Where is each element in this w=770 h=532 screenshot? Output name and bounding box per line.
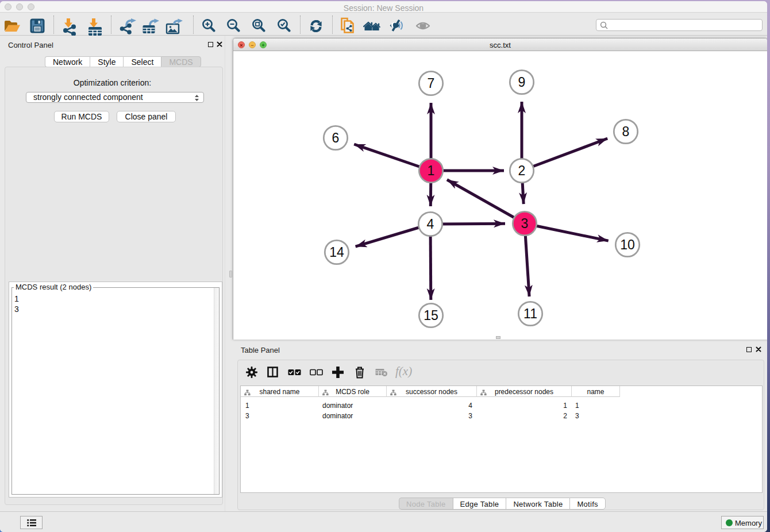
svg-text:10: 10 xyxy=(620,237,635,252)
svg-text:6: 6 xyxy=(332,130,340,145)
svg-text:2: 2 xyxy=(518,163,526,178)
svg-text:4: 4 xyxy=(427,217,434,232)
svg-text:14: 14 xyxy=(329,245,344,260)
svg-text:7: 7 xyxy=(428,76,435,91)
svg-text:11: 11 xyxy=(523,306,537,321)
svg-text:15: 15 xyxy=(424,308,438,323)
svg-text:1: 1 xyxy=(428,163,435,178)
svg-text:8: 8 xyxy=(622,124,630,139)
svg-text:9: 9 xyxy=(518,75,526,90)
svg-text:3: 3 xyxy=(521,216,529,231)
